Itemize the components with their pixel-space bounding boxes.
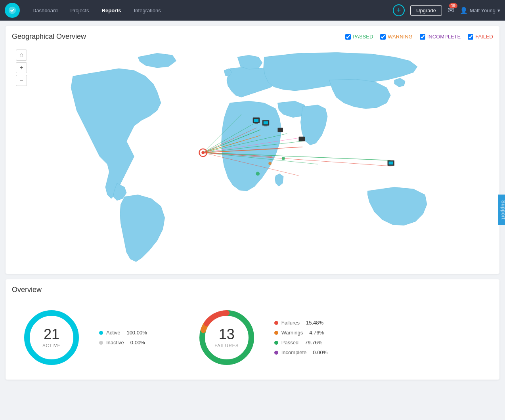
map-zoom-in-button[interactable]: + bbox=[16, 62, 27, 73]
svg-point-31 bbox=[282, 157, 285, 160]
geo-filters: PASSED WARNING INCOMPLETE FAILED bbox=[345, 34, 493, 40]
mail-badge: 19 bbox=[449, 3, 457, 8]
vertical-divider bbox=[171, 314, 171, 361]
world-map bbox=[28, 46, 493, 267]
failures-legend-label: Failures bbox=[281, 320, 300, 326]
svg-rect-23 bbox=[264, 126, 268, 126]
nav-dashboard[interactable]: Dashboard bbox=[27, 5, 63, 16]
filter-passed-checkbox[interactable] bbox=[345, 34, 351, 40]
support-tab[interactable]: Support bbox=[498, 195, 505, 225]
upgrade-button[interactable]: Upgrade bbox=[410, 5, 442, 16]
svg-rect-20 bbox=[255, 123, 258, 124]
legend-warnings: Warnings 4.76% bbox=[274, 330, 327, 336]
nav-integrations[interactable]: Integrations bbox=[128, 5, 166, 16]
inactive-dot bbox=[99, 341, 103, 345]
passed-legend-label: Passed bbox=[281, 340, 298, 346]
incomplete-legend-pct: 0.00% bbox=[313, 349, 327, 355]
failures-dot bbox=[274, 321, 278, 325]
svg-rect-19 bbox=[254, 119, 259, 122]
filter-incomplete[interactable]: INCOMPLETE bbox=[420, 34, 461, 40]
warnings-legend-pct: 4.76% bbox=[309, 330, 324, 336]
legend-inactive: Inactive 0.00% bbox=[99, 340, 147, 346]
incomplete-legend-label: Incomplete bbox=[281, 349, 307, 355]
add-button[interactable]: + bbox=[393, 4, 405, 16]
legend-active: Active 100.00% bbox=[99, 330, 147, 336]
filter-warning-checkbox[interactable] bbox=[380, 34, 386, 40]
legend-incomplete: Incomplete 0.00% bbox=[274, 349, 327, 355]
failures-donut: 13 FAILURES bbox=[195, 306, 258, 369]
filter-warning-label: WARNING bbox=[388, 34, 412, 40]
map-container: ⌂ + − bbox=[12, 46, 493, 267]
inactive-legend-pct: 0.00% bbox=[130, 340, 145, 346]
incomplete-dot bbox=[274, 351, 278, 355]
inactive-legend-label: Inactive bbox=[106, 340, 124, 346]
nav-right: + Upgrade ✉ 19 👤 Matt Young ▾ bbox=[393, 4, 500, 16]
active-dot bbox=[99, 331, 103, 335]
active-count: 21 bbox=[42, 327, 61, 342]
active-donut: 21 ACTIVE bbox=[20, 306, 83, 369]
map-zoom-out-button[interactable]: − bbox=[16, 75, 27, 86]
geo-header: Geographical Overview PASSED WARNING INC… bbox=[12, 32, 493, 41]
failures-legend: Failures 15.48% Warnings 4.76% Passed 79… bbox=[274, 320, 327, 355]
failures-count: 13 bbox=[214, 327, 239, 342]
svg-point-30 bbox=[268, 162, 272, 165]
warnings-dot bbox=[274, 331, 278, 335]
nav-reports[interactable]: Reports bbox=[96, 5, 127, 16]
warnings-legend-label: Warnings bbox=[281, 330, 303, 336]
failures-label: FAILURES bbox=[214, 343, 239, 348]
filter-passed-label: PASSED bbox=[353, 34, 373, 40]
filter-failed[interactable]: FAILED bbox=[468, 34, 493, 40]
active-legend-pct: 100.00% bbox=[126, 330, 147, 336]
filter-warning[interactable]: WARNING bbox=[380, 34, 412, 40]
user-name: Matt Young bbox=[470, 8, 495, 13]
legend-failures: Failures 15.48% bbox=[274, 320, 327, 326]
map-home-button[interactable]: ⌂ bbox=[16, 50, 27, 61]
user-menu[interactable]: 👤 Matt Young ▾ bbox=[460, 7, 500, 14]
overview-content: 21 ACTIVE Active 100.00% Inactive 0.00% bbox=[12, 302, 493, 373]
passed-dot bbox=[274, 341, 278, 345]
overview-card: Overview 21 ACTIVE Active 100.00% Inacti… bbox=[6, 279, 499, 380]
legend-passed: Passed 79.76% bbox=[274, 340, 327, 346]
geo-title: Geographical Overview bbox=[12, 32, 345, 41]
navigation: Dashboard Projects Reports Integrations … bbox=[0, 0, 505, 21]
svg-rect-28 bbox=[389, 165, 392, 166]
active-legend-label: Active bbox=[106, 330, 120, 336]
active-label: ACTIVE bbox=[42, 343, 61, 348]
filter-failed-label: FAILED bbox=[475, 34, 493, 40]
overview-title: Overview bbox=[12, 286, 493, 294]
chevron-down-icon: ▾ bbox=[497, 8, 500, 13]
svg-rect-24 bbox=[277, 128, 283, 132]
nav-links: Dashboard Projects Reports Integrations bbox=[27, 5, 393, 16]
filter-failed-checkbox[interactable] bbox=[468, 34, 473, 40]
svg-rect-27 bbox=[388, 162, 393, 165]
filter-passed[interactable]: PASSED bbox=[345, 34, 373, 40]
svg-point-29 bbox=[256, 172, 260, 176]
mail-button[interactable]: ✉ 19 bbox=[448, 6, 454, 15]
app-logo[interactable] bbox=[5, 3, 20, 18]
nav-projects[interactable]: Projects bbox=[65, 5, 95, 16]
filter-incomplete-checkbox[interactable] bbox=[420, 34, 425, 40]
svg-rect-25 bbox=[299, 137, 305, 141]
active-legend: Active 100.00% Inactive 0.00% bbox=[99, 330, 147, 346]
user-icon: 👤 bbox=[460, 7, 468, 14]
geo-overview-card: Geographical Overview PASSED WARNING INC… bbox=[6, 26, 499, 274]
filter-incomplete-label: INCOMPLETE bbox=[427, 34, 461, 40]
svg-rect-22 bbox=[264, 121, 268, 124]
failures-legend-pct: 15.48% bbox=[306, 320, 323, 326]
passed-legend-pct: 79.76% bbox=[305, 340, 322, 346]
svg-point-17 bbox=[201, 151, 205, 154]
map-controls: ⌂ + − bbox=[16, 50, 27, 86]
